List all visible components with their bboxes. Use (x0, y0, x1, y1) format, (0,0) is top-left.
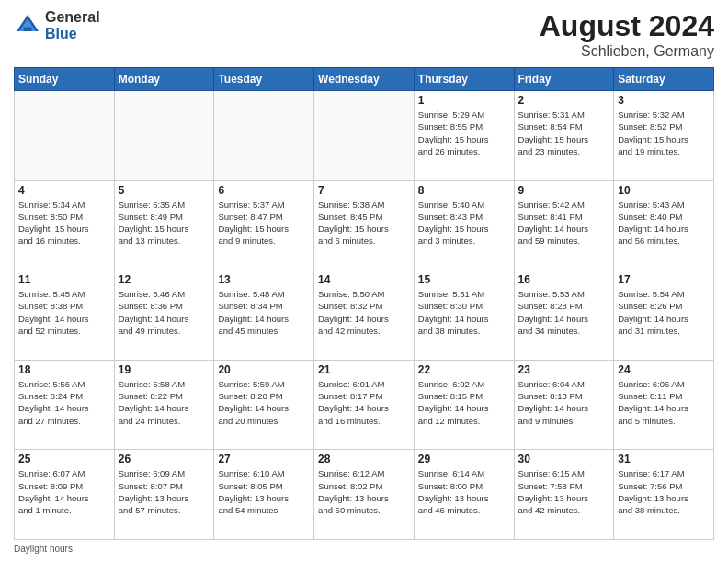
day-info: Sunrise: 5:46 AM Sunset: 8:36 PM Dayligh… (119, 288, 210, 337)
day-number: 19 (119, 363, 210, 376)
calendar-cell-w1-d3 (214, 91, 314, 181)
day-info: Sunrise: 6:01 AM Sunset: 8:17 PM Dayligh… (318, 378, 410, 427)
logo-blue-text: Blue (45, 26, 100, 42)
day-number: 15 (418, 273, 510, 286)
calendar-week-2: 4Sunrise: 5:34 AM Sunset: 8:50 PM Daylig… (15, 180, 714, 270)
day-info: Sunrise: 6:17 AM Sunset: 7:56 PM Dayligh… (618, 467, 710, 516)
calendar-cell-w3-d7: 17Sunrise: 5:54 AM Sunset: 8:26 PM Dayli… (614, 270, 714, 361)
day-number: 1 (418, 94, 510, 107)
calendar-table: Sunday Monday Tuesday Wednesday Thursday… (14, 67, 714, 540)
day-number: 4 (18, 184, 110, 197)
day-info: Sunrise: 5:54 AM Sunset: 8:26 PM Dayligh… (618, 288, 710, 337)
logo-general-text: General (45, 9, 100, 26)
day-info: Sunrise: 5:35 AM Sunset: 8:49 PM Dayligh… (119, 199, 210, 247)
day-number: 26 (119, 453, 210, 465)
day-info: Sunrise: 5:40 AM Sunset: 8:43 PM Dayligh… (418, 199, 510, 247)
day-number: 9 (518, 184, 610, 197)
title-block: August 2024 Schlieben, Germany (540, 9, 714, 60)
day-number: 29 (418, 453, 510, 465)
calendar-cell-w3-d1: 11Sunrise: 5:45 AM Sunset: 8:38 PM Dayli… (15, 270, 115, 361)
day-info: Sunrise: 6:07 AM Sunset: 8:09 PM Dayligh… (18, 467, 110, 516)
col-sunday: Sunday (15, 68, 115, 91)
calendar-week-4: 18Sunrise: 5:56 AM Sunset: 8:24 PM Dayli… (15, 360, 714, 450)
calendar-cell-w1-d2 (114, 91, 214, 181)
logo-icon (14, 12, 41, 40)
calendar-cell-w4-d6: 23Sunrise: 6:04 AM Sunset: 8:13 PM Dayli… (514, 360, 614, 450)
calendar-cell-w5-d1: 25Sunrise: 6:07 AM Sunset: 8:09 PM Dayli… (15, 450, 115, 540)
day-info: Sunrise: 5:59 AM Sunset: 8:20 PM Dayligh… (218, 378, 310, 427)
day-number: 16 (518, 273, 610, 286)
daylight-note: Daylight hours (14, 544, 73, 554)
day-info: Sunrise: 5:58 AM Sunset: 8:22 PM Dayligh… (119, 378, 210, 427)
day-number: 23 (518, 363, 610, 376)
calendar-cell-w5-d4: 28Sunrise: 6:12 AM Sunset: 8:02 PM Dayli… (314, 450, 415, 540)
day-info: Sunrise: 5:34 AM Sunset: 8:50 PM Dayligh… (18, 199, 110, 247)
calendar-cell-w5-d3: 27Sunrise: 6:10 AM Sunset: 8:05 PM Dayli… (214, 450, 314, 540)
month-year: August 2024 (540, 9, 714, 43)
logo: General Blue (14, 9, 100, 41)
day-info: Sunrise: 5:56 AM Sunset: 8:24 PM Dayligh… (18, 378, 110, 427)
day-info: Sunrise: 5:29 AM Sunset: 8:55 PM Dayligh… (418, 109, 510, 157)
calendar-week-5: 25Sunrise: 6:07 AM Sunset: 8:09 PM Dayli… (15, 450, 714, 540)
day-number: 22 (418, 363, 510, 376)
day-number: 24 (618, 363, 710, 376)
day-number: 8 (418, 184, 510, 197)
day-info: Sunrise: 6:06 AM Sunset: 8:11 PM Dayligh… (618, 378, 710, 427)
calendar-cell-w4-d4: 21Sunrise: 6:01 AM Sunset: 8:17 PM Dayli… (314, 360, 415, 450)
calendar-cell-w1-d7: 3Sunrise: 5:32 AM Sunset: 8:52 PM Daylig… (614, 91, 714, 181)
day-number: 6 (218, 184, 310, 197)
day-info: Sunrise: 5:43 AM Sunset: 8:40 PM Dayligh… (618, 199, 710, 247)
day-number: 2 (518, 94, 610, 107)
day-info: Sunrise: 5:42 AM Sunset: 8:41 PM Dayligh… (518, 199, 610, 247)
day-info: Sunrise: 6:12 AM Sunset: 8:02 PM Dayligh… (318, 467, 410, 516)
day-info: Sunrise: 6:14 AM Sunset: 8:00 PM Dayligh… (418, 467, 510, 516)
day-info: Sunrise: 5:37 AM Sunset: 8:47 PM Dayligh… (218, 199, 310, 247)
calendar-cell-w2-d3: 6Sunrise: 5:37 AM Sunset: 8:47 PM Daylig… (214, 180, 314, 270)
day-info: Sunrise: 5:48 AM Sunset: 8:34 PM Dayligh… (218, 288, 310, 337)
page: General Blue August 2024 Schlieben, Germ… (0, 0, 728, 563)
calendar-cell-w1-d1 (15, 91, 115, 181)
day-number: 18 (18, 363, 110, 376)
calendar-header-row: Sunday Monday Tuesday Wednesday Thursday… (15, 68, 714, 91)
header: General Blue August 2024 Schlieben, Germ… (14, 9, 714, 60)
day-info: Sunrise: 6:15 AM Sunset: 7:58 PM Dayligh… (518, 467, 610, 516)
calendar-cell-w2-d1: 4Sunrise: 5:34 AM Sunset: 8:50 PM Daylig… (15, 180, 115, 270)
day-number: 13 (218, 273, 310, 286)
day-info: Sunrise: 5:53 AM Sunset: 8:28 PM Dayligh… (518, 288, 610, 337)
calendar-cell-w2-d6: 9Sunrise: 5:42 AM Sunset: 8:41 PM Daylig… (514, 180, 614, 270)
calendar-cell-w4-d3: 20Sunrise: 5:59 AM Sunset: 8:20 PM Dayli… (214, 360, 314, 450)
day-number: 28 (318, 453, 410, 465)
calendar-cell-w3-d2: 12Sunrise: 5:46 AM Sunset: 8:36 PM Dayli… (114, 270, 214, 361)
day-info: Sunrise: 5:45 AM Sunset: 8:38 PM Dayligh… (18, 288, 110, 337)
footer-note: Daylight hours (14, 544, 714, 554)
calendar-cell-w2-d5: 8Sunrise: 5:40 AM Sunset: 8:43 PM Daylig… (414, 180, 514, 270)
day-number: 5 (119, 184, 210, 197)
day-number: 30 (518, 453, 610, 465)
day-number: 25 (18, 453, 110, 465)
calendar-cell-w2-d7: 10Sunrise: 5:43 AM Sunset: 8:40 PM Dayli… (614, 180, 714, 270)
calendar-cell-w4-d2: 19Sunrise: 5:58 AM Sunset: 8:22 PM Dayli… (114, 360, 214, 450)
day-number: 20 (218, 363, 310, 376)
day-number: 12 (119, 273, 210, 286)
logo-text: General Blue (45, 9, 100, 41)
day-number: 11 (18, 273, 110, 286)
calendar-cell-w5-d5: 29Sunrise: 6:14 AM Sunset: 8:00 PM Dayli… (414, 450, 514, 540)
day-info: Sunrise: 5:51 AM Sunset: 8:30 PM Dayligh… (418, 288, 510, 337)
day-info: Sunrise: 5:32 AM Sunset: 8:52 PM Dayligh… (618, 109, 710, 157)
calendar-cell-w1-d6: 2Sunrise: 5:31 AM Sunset: 8:54 PM Daylig… (514, 91, 614, 181)
calendar-cell-w5-d6: 30Sunrise: 6:15 AM Sunset: 7:58 PM Dayli… (514, 450, 614, 540)
calendar-cell-w4-d7: 24Sunrise: 6:06 AM Sunset: 8:11 PM Dayli… (614, 360, 714, 450)
col-thursday: Thursday (414, 68, 514, 91)
calendar-cell-w3-d5: 15Sunrise: 5:51 AM Sunset: 8:30 PM Dayli… (414, 270, 514, 361)
calendar-week-3: 11Sunrise: 5:45 AM Sunset: 8:38 PM Dayli… (15, 270, 714, 361)
day-info: Sunrise: 6:10 AM Sunset: 8:05 PM Dayligh… (218, 467, 310, 516)
calendar-week-1: 1Sunrise: 5:29 AM Sunset: 8:55 PM Daylig… (15, 91, 714, 181)
day-number: 27 (218, 453, 310, 465)
calendar-cell-w1-d5: 1Sunrise: 5:29 AM Sunset: 8:55 PM Daylig… (414, 91, 514, 181)
calendar-cell-w1-d4 (314, 91, 415, 181)
calendar-cell-w3-d6: 16Sunrise: 5:53 AM Sunset: 8:28 PM Dayli… (514, 270, 614, 361)
calendar-cell-w2-d2: 5Sunrise: 5:35 AM Sunset: 8:49 PM Daylig… (114, 180, 214, 270)
svg-rect-2 (24, 27, 32, 31)
day-number: 10 (618, 184, 710, 197)
calendar-cell-w5-d7: 31Sunrise: 6:17 AM Sunset: 7:56 PM Dayli… (614, 450, 714, 540)
